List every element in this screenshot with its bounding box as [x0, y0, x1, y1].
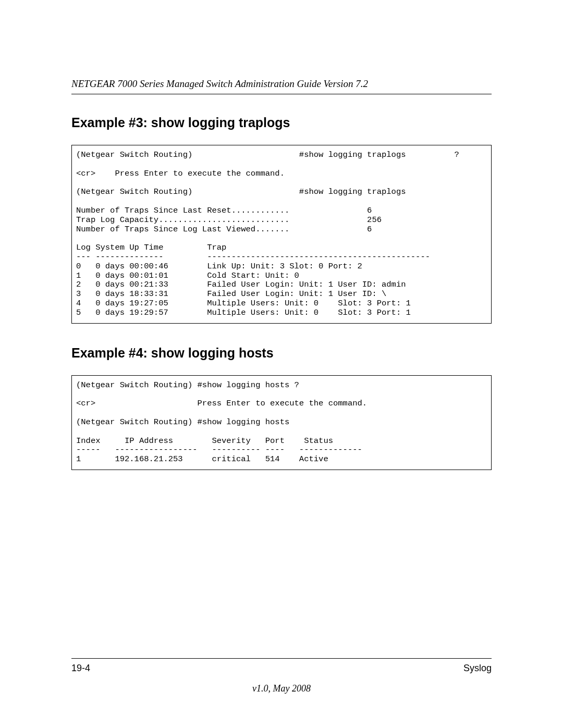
example-4-heading: Example #4: show logging hosts: [71, 346, 492, 361]
page-footer: 19-4 Syslog v1.0, May 2008: [71, 658, 492, 694]
section-name: Syslog: [463, 663, 492, 674]
document-header: NETGEAR 7000 Series Managed Switch Admin…: [71, 78, 492, 94]
example-4-code: (Netgear Switch Routing) #show logging h…: [71, 375, 492, 470]
example-3-heading: Example #3: show logging traplogs: [71, 115, 492, 130]
page-number: 19-4: [71, 663, 90, 674]
version-text: v1.0, May 2008: [71, 683, 492, 694]
example-3-code: (Netgear Switch Routing) #show logging t…: [71, 145, 492, 324]
